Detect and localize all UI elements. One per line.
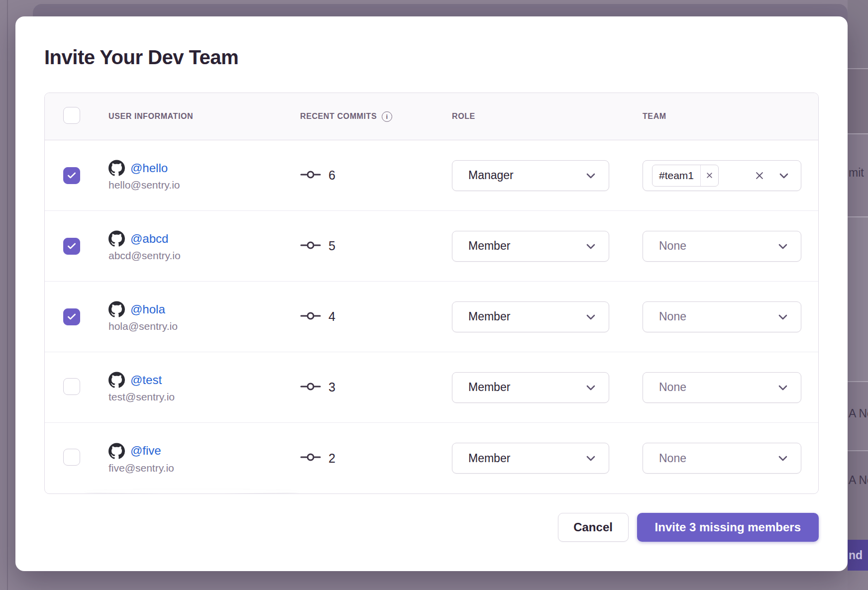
modal-footer: Cancel Invite 3 missing members: [44, 513, 819, 542]
role-value: Member: [468, 452, 585, 465]
commit-count: 4: [328, 309, 335, 324]
row-checkbox[interactable]: [63, 308, 80, 325]
commit-count: 3: [328, 380, 335, 394]
role-value: Member: [468, 381, 585, 394]
user-email: abcd@sentry.io: [108, 250, 300, 262]
role-select[interactable]: Member: [452, 372, 609, 403]
chevron-down-icon: [585, 452, 597, 464]
team-value: None: [659, 452, 777, 465]
team-select[interactable]: None: [643, 231, 801, 262]
team-tag-label: #team1: [652, 170, 700, 182]
background-row-divider: [848, 450, 868, 451]
background-text-fragment: A No: [849, 474, 868, 487]
git-commit-icon: [300, 309, 321, 324]
chevron-down-icon: [777, 382, 789, 393]
chevron-down-icon: [778, 170, 790, 182]
table-row: @abcd abcd@sentry.io 5 Member: [45, 211, 818, 282]
github-username-link[interactable]: @test: [130, 373, 162, 387]
github-icon: [108, 160, 125, 176]
table-row: @hola hola@sentry.io 4 Member: [45, 282, 818, 352]
column-header-recent-commits: RECENT COMMITS i: [300, 111, 452, 122]
team-select[interactable]: None: [643, 372, 801, 403]
github-username-link[interactable]: @five: [130, 444, 161, 458]
cancel-button[interactable]: Cancel: [558, 513, 629, 542]
background-text-fragment: mit: [849, 166, 864, 180]
column-header-user-information: USER INFORMATION: [108, 112, 300, 121]
git-commit-icon: [300, 168, 321, 183]
github-icon: [108, 443, 125, 459]
github-username-link[interactable]: @hola: [130, 302, 165, 316]
team-value: None: [659, 239, 777, 253]
team-tag: #team1: [652, 165, 719, 187]
modal-title: Invite Your Dev Team: [44, 46, 819, 69]
team-select[interactable]: None: [643, 443, 801, 474]
user-email: hola@sentry.io: [108, 320, 300, 332]
row-checkbox[interactable]: [63, 449, 80, 466]
clear-team-icon[interactable]: [755, 171, 764, 181]
background-row-band: [848, 450, 868, 540]
background-row-divider: [848, 68, 868, 69]
row-checkbox[interactable]: [63, 238, 80, 255]
background-row-divider: [848, 381, 868, 382]
background-row-band: [848, 0, 868, 68]
user-email: test@sentry.io: [108, 391, 300, 403]
role-select[interactable]: Manager: [452, 160, 609, 191]
invite-dev-team-modal: Invite Your Dev Team USER INFORMATION RE…: [15, 16, 848, 571]
github-icon: [108, 230, 125, 247]
background-row-divider: [848, 133, 868, 134]
chevron-down-icon: [585, 382, 597, 393]
column-header-role: ROLE: [452, 112, 643, 121]
background-row-divider: [848, 216, 868, 217]
github-username-link[interactable]: @abcd: [130, 232, 168, 246]
user-email: five@sentry.io: [108, 462, 300, 474]
chevron-down-icon: [777, 452, 789, 464]
team-value: None: [659, 381, 777, 394]
github-icon: [108, 372, 125, 388]
background-text-fragment: A No: [849, 407, 868, 420]
chevron-down-icon: [585, 311, 597, 323]
background-row-band: [848, 68, 868, 133]
table-header-row: USER INFORMATION RECENT COMMITS i ROLE T…: [45, 93, 818, 140]
commit-count: 6: [328, 168, 335, 183]
team-multiselect[interactable]: #team1: [643, 160, 801, 191]
table-row: @five five@sentry.io 2 Member: [45, 423, 818, 493]
git-commit-icon: [300, 380, 321, 395]
role-select[interactable]: Member: [452, 301, 609, 332]
user-email: hello@sentry.io: [108, 179, 300, 191]
invite-members-button[interactable]: Invite 3 missing members: [637, 513, 819, 542]
remove-team-tag-icon[interactable]: [700, 165, 718, 186]
table-row: @hello hello@sentry.io 6 Manager: [45, 140, 818, 211]
recent-commits-label: RECENT COMMITS: [300, 112, 377, 121]
chevron-down-icon: [777, 240, 789, 252]
background-row-band: [848, 216, 868, 381]
team-select[interactable]: None: [643, 301, 801, 332]
role-value: Member: [468, 239, 585, 253]
github-icon: [108, 301, 125, 317]
row-checkbox[interactable]: [63, 167, 80, 184]
team-value: None: [659, 310, 777, 323]
info-icon[interactable]: i: [382, 111, 392, 122]
background-page-fragment: mit A No A No nd: [848, 0, 868, 590]
role-value: Member: [468, 310, 585, 323]
commit-count: 2: [328, 451, 335, 466]
role-select[interactable]: Member: [452, 231, 609, 262]
chevron-down-icon: [585, 170, 597, 182]
chevron-down-icon: [585, 240, 597, 252]
select-all-checkbox[interactable]: [63, 107, 80, 124]
background-panel-edge: [7, 0, 8, 590]
chevron-down-icon: [777, 311, 789, 323]
invite-members-table: USER INFORMATION RECENT COMMITS i ROLE T…: [44, 93, 819, 494]
role-value: Manager: [468, 169, 585, 182]
github-username-link[interactable]: @hello: [130, 161, 168, 175]
git-commit-icon: [300, 239, 321, 254]
row-checkbox[interactable]: [63, 378, 80, 395]
git-commit-icon: [300, 451, 321, 466]
background-button-fragment: nd: [848, 540, 868, 571]
table-row: @test test@sentry.io 3 Member: [45, 352, 818, 423]
column-header-team: TEAM: [643, 112, 818, 121]
commit-count: 5: [328, 239, 335, 253]
role-select[interactable]: Member: [452, 443, 609, 474]
